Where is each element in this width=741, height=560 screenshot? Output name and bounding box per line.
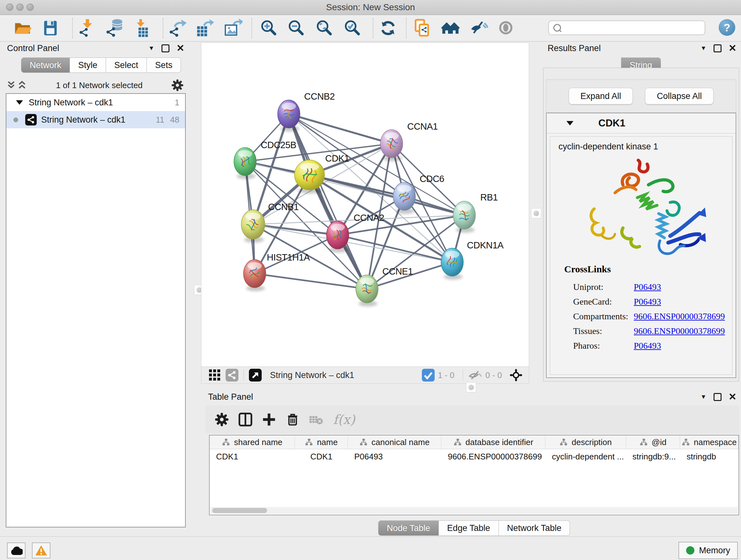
export-network-button[interactable] <box>168 18 187 38</box>
birdseye-toggle-crosshair-icon[interactable] <box>510 369 522 381</box>
table-row[interactable]: CDK1CDK1P064939606.ENSP00000378699cyclin… <box>210 449 738 464</box>
column-header-name[interactable]: name <box>295 435 348 449</box>
function-builder-icon[interactable]: f(x) <box>333 412 355 427</box>
column-header-shared-name[interactable]: shared name <box>210 435 295 449</box>
table-cell[interactable]: cyclin-dependent ... <box>545 449 626 464</box>
warning-status-button[interactable] <box>32 543 51 558</box>
column-header--id[interactable]: @id <box>626 435 680 449</box>
crosslink-link[interactable]: 9606.ENSP00000378699 <box>634 311 725 321</box>
show-graphics-details-button[interactable] <box>496 18 516 38</box>
panel-close-icon[interactable]: ✕ <box>729 392 737 401</box>
crosslink-link[interactable]: P06493 <box>634 341 661 351</box>
current-network-dot-icon <box>13 118 18 122</box>
crosslink-link[interactable]: P06493 <box>634 282 661 292</box>
export-image-button[interactable] <box>223 18 243 38</box>
zoom-selected-button[interactable] <box>343 18 362 38</box>
column-header-canonical-name[interactable]: canonical name <box>348 435 441 449</box>
panel-close-icon[interactable]: ✕ <box>729 44 737 53</box>
tab-network-table[interactable]: Network Table <box>499 520 570 536</box>
panel-float-icon[interactable] <box>714 393 722 401</box>
panel-close-icon[interactable]: ✕ <box>177 44 185 53</box>
table-cell[interactable]: CDK1 <box>210 449 295 464</box>
refresh-view-button[interactable] <box>379 18 398 38</box>
column-type-icon <box>222 438 230 446</box>
network-view[interactable]: CCNB2CCNA1CDC25BCDK1CDC6RB1CCNB1CCNA2CDK… <box>201 43 529 384</box>
table-cell[interactable]: stringdb <box>680 449 738 464</box>
zoom-out-button[interactable] <box>286 18 306 38</box>
panel-menu-icon[interactable]: ▼ <box>148 45 154 52</box>
create-column-plus-icon[interactable] <box>262 412 276 427</box>
expand-all-icon[interactable] <box>17 80 27 90</box>
memory-button[interactable]: Memory <box>678 542 738 559</box>
show-columns-icon[interactable] <box>238 412 253 427</box>
delete-table-icon[interactable] <box>309 412 324 427</box>
column-header-database-identifier[interactable]: database identifier <box>441 435 545 449</box>
scrollbar-thumb[interactable] <box>212 508 267 513</box>
table-cell[interactable]: CDK1 <box>295 449 348 464</box>
tab-select[interactable]: Select <box>106 57 147 73</box>
horizontal-scrollbar[interactable] <box>210 507 738 514</box>
tab-node-table[interactable]: Node Table <box>378 520 439 536</box>
svg-text:CCNA2: CCNA2 <box>354 212 384 223</box>
network-collection-row[interactable]: String Network – cdk1 1 <box>6 94 185 111</box>
toolbar-separator <box>373 18 374 38</box>
collapse-all-icon[interactable] <box>6 80 17 90</box>
hidden-eye-icon[interactable] <box>468 369 482 381</box>
table-options-gear-icon[interactable] <box>214 412 229 427</box>
network-view-icon[interactable] <box>226 369 239 381</box>
tab-sets[interactable]: Sets <box>147 57 181 73</box>
svg-text:HIST1H1A: HIST1H1A <box>267 252 310 262</box>
home-layout-button[interactable] <box>441 18 460 38</box>
clone-network-button[interactable] <box>413 18 432 38</box>
birdseye-view-icon[interactable] <box>249 369 262 381</box>
export-table-button[interactable] <box>195 18 214 38</box>
help-button[interactable]: ? <box>719 19 735 36</box>
column-header-description[interactable]: description <box>545 435 626 449</box>
cloud-status-button[interactable] <box>7 543 25 558</box>
zoom-in-icon <box>259 18 278 38</box>
zoom-in-button[interactable] <box>259 18 278 38</box>
crosslink-link[interactable]: P06493 <box>634 297 661 307</box>
network-canvas[interactable]: CCNB2CCNA1CDC25BCDK1CDC6RB1CCNB1CCNA2CDK… <box>201 43 529 367</box>
table-cell[interactable]: stringdb:9... <box>626 449 680 464</box>
import-table-button[interactable] <box>133 18 152 38</box>
panel-float-icon[interactable] <box>161 44 170 52</box>
import-network-button[interactable] <box>78 18 97 38</box>
tab-edge-table[interactable]: Edge Table <box>439 520 499 536</box>
right-splitter[interactable] <box>529 42 543 384</box>
left-splitter[interactable] <box>189 42 201 528</box>
network-row[interactable]: String Network – cdk1 11 48 <box>6 111 185 128</box>
zoom-fit-button[interactable] <box>315 18 334 38</box>
delete-column-trash-icon[interactable] <box>285 412 300 427</box>
column-type-icon <box>639 438 648 446</box>
table-cell[interactable]: P06493 <box>348 449 441 464</box>
column-header-namespace[interactable]: namespace <box>680 435 738 449</box>
table-cell[interactable]: 9606.ENSP00000378699 <box>441 449 545 464</box>
import-network-from-database-button[interactable] <box>105 18 124 38</box>
collapse-all-button[interactable]: Collapse All <box>645 88 714 105</box>
selected-nodes-checkbox-icon[interactable] <box>422 369 434 381</box>
right-splitter-handle[interactable] <box>531 208 541 219</box>
toolbar-separator <box>252 18 252 38</box>
open-session-button[interactable] <box>13 18 32 38</box>
crosslink-link[interactable]: 9606.ENSP00000378699 <box>634 326 725 336</box>
bottom-splitter[interactable] <box>201 384 741 390</box>
search-input[interactable] <box>565 22 701 34</box>
search-icon <box>553 24 561 32</box>
svg-text:RB1: RB1 <box>480 192 498 202</box>
hide-unhide-button[interactable] <box>469 18 488 38</box>
panel-menu-icon[interactable]: ▼ <box>700 393 706 400</box>
expand-all-button[interactable]: Expand All <box>569 88 633 105</box>
panel-float-icon[interactable] <box>714 44 722 52</box>
collection-expand-icon[interactable] <box>16 100 23 105</box>
network-options-gear-icon[interactable] <box>171 79 184 91</box>
network-node-CCNB1 <box>241 210 265 243</box>
panel-menu-icon[interactable]: ▼ <box>700 45 706 52</box>
save-session-button[interactable] <box>41 18 60 38</box>
tab-network[interactable]: Network <box>21 57 70 73</box>
column-type-icon <box>454 438 462 446</box>
gene-entry-header[interactable]: CDK1 <box>547 113 736 133</box>
entry-collapse-icon[interactable] <box>566 121 574 125</box>
tab-style[interactable]: Style <box>70 57 106 73</box>
grid-view-icon[interactable] <box>208 369 221 381</box>
